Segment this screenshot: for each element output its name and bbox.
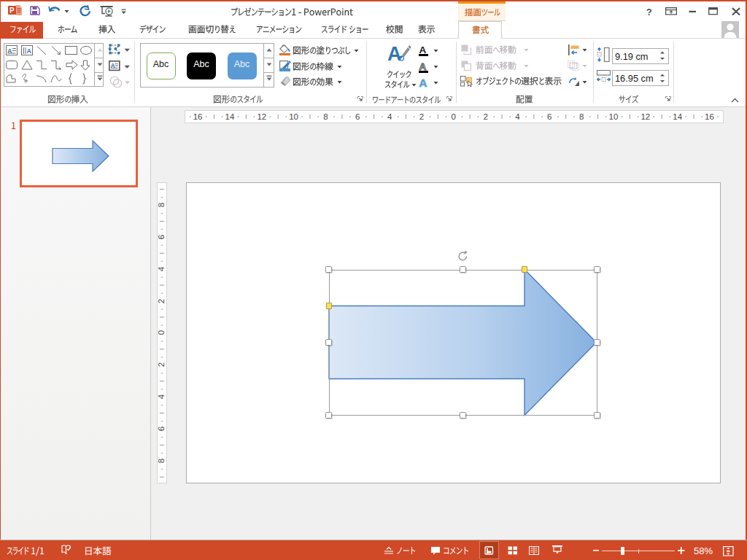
svg-text:?: ? [646, 7, 652, 16]
svg-text:A: A [419, 77, 427, 89]
svg-text:A: A [111, 62, 115, 69]
svg-text:P: P [9, 7, 15, 15]
svg-text:A: A [387, 43, 402, 65]
svg-text:A: A [419, 61, 427, 72]
svg-text:A: A [27, 47, 32, 55]
svg-text:A: A [419, 44, 427, 55]
